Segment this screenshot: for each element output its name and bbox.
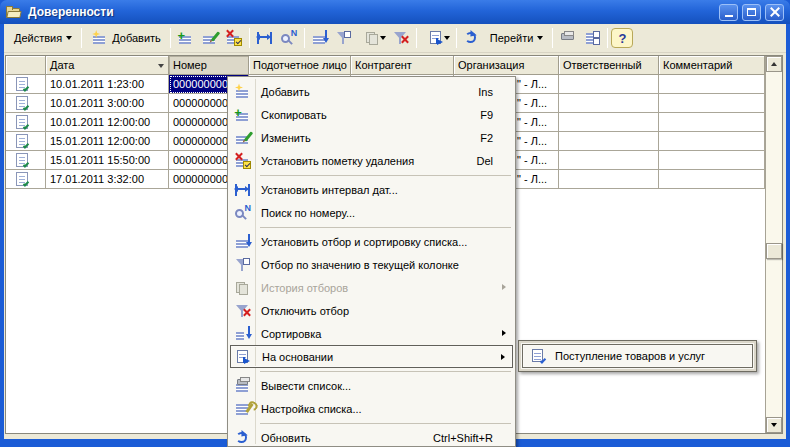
menu-separator	[260, 371, 511, 372]
filter-sort-button[interactable]	[308, 27, 332, 49]
menu-item-delete-mark[interactable]: Установить пометку удаления Del	[230, 149, 513, 172]
posted-document-icon	[16, 77, 28, 91]
menu-item-filter-history[interactable]: История отборов	[230, 276, 513, 299]
refresh-icon	[234, 430, 251, 446]
vertical-scrollbar[interactable]	[765, 56, 782, 433]
sort-descending-icon	[158, 64, 164, 68]
menu-item-filter-column[interactable]: Отбор по значению в текущей колонке	[230, 253, 513, 276]
close-icon	[770, 7, 780, 17]
menu-item-copy[interactable]: + Скопировать F9	[230, 103, 513, 126]
scroll-up-button[interactable]	[766, 56, 782, 72]
menu-item-list-settings[interactable]: Настройка списка...	[230, 397, 513, 420]
scrollbar-thumb[interactable]	[766, 243, 782, 259]
edit-button[interactable]	[198, 27, 222, 49]
filter-history-button[interactable]	[356, 27, 389, 49]
menu-item-sort[interactable]: Сортировка	[230, 322, 513, 345]
chevron-up-icon	[771, 62, 777, 66]
column-header-comment[interactable]: Комментарий	[659, 56, 765, 75]
cell-date[interactable]: 10.01.2011 1:23:00	[46, 75, 169, 94]
menu-item-date-interval[interactable]: Установить интервал дат...	[230, 178, 513, 201]
menu-item-print-list[interactable]: Вывести список...	[230, 374, 513, 397]
posted-document-icon	[16, 96, 28, 110]
chevron-down-icon	[537, 36, 543, 40]
minimize-button[interactable]	[719, 4, 738, 21]
menu-item-edit[interactable]: Изменить F2	[230, 126, 513, 149]
add-label: Добавить	[112, 32, 161, 44]
menu-item-filter-sort[interactable]: Установить отбор и сортировку списка...	[230, 230, 513, 253]
help-button[interactable]: ?	[611, 28, 633, 48]
shortcut: F9	[480, 109, 513, 121]
add-icon	[91, 30, 108, 46]
menu-item-based-on[interactable]: На основании	[230, 345, 513, 368]
search-number-icon	[280, 30, 297, 46]
filter-column-button[interactable]	[332, 27, 356, 49]
copy-button[interactable]: +	[174, 27, 198, 49]
table-header-row: Дата Номер Подотчетное лицо Контрагент О…	[6, 56, 782, 75]
date-interval-icon	[234, 182, 251, 198]
column-header-number[interactable]: Номер	[169, 56, 249, 75]
list-display-settings-button[interactable]	[580, 27, 604, 49]
sort-icon	[234, 326, 251, 342]
maximize-icon	[747, 8, 756, 16]
chevron-down-icon	[771, 423, 777, 427]
filter-sort-icon	[234, 234, 251, 250]
filter-off-icon	[392, 30, 409, 46]
refresh-button[interactable]	[460, 27, 484, 49]
submenu-arrow-icon	[501, 354, 505, 360]
minimize-icon	[725, 15, 733, 17]
cell-date[interactable]: 17.01.2011 3:32:00	[46, 170, 169, 189]
cell-date[interactable]: 10.01.2011 12:00:00	[46, 113, 169, 132]
based-on-button[interactable]	[420, 27, 453, 49]
shortcut: F2	[480, 132, 513, 144]
submenu-arrow-icon	[502, 330, 506, 336]
menu-item-refresh[interactable]: Обновить Ctrl+Shift+R	[230, 426, 513, 447]
print-button[interactable]	[556, 27, 580, 49]
date-interval-button[interactable]	[253, 27, 277, 49]
submenu-arrow-icon	[502, 284, 506, 290]
search-number-icon	[234, 205, 251, 221]
list-settings-icon	[584, 30, 601, 46]
actions-menu-button[interactable]: Действия	[8, 28, 78, 48]
chevron-down-icon	[444, 36, 450, 40]
column-header-organization[interactable]: Организация	[454, 56, 559, 75]
titlebar: Доверенности	[0, 0, 790, 24]
cell-date[interactable]: 10.01.2011 3:00:00	[46, 94, 169, 113]
filter-off-button[interactable]	[389, 27, 413, 49]
close-button[interactable]	[765, 4, 784, 21]
shortcut: Ctrl+Shift+R	[433, 432, 513, 444]
menu-item-search-number[interactable]: Поиск по номеру...	[230, 201, 513, 224]
list-settings-icon	[234, 401, 251, 417]
posted-document-icon	[16, 115, 28, 129]
menu-item-filter-off[interactable]: Отключить отбор	[230, 299, 513, 322]
menu-separator	[260, 227, 511, 228]
column-header-responsible[interactable]: Ответственный	[559, 56, 659, 75]
column-header-accountable-person[interactable]: Подотчетное лицо	[249, 56, 351, 75]
menu-separator	[260, 423, 511, 424]
maximize-button[interactable]	[742, 4, 761, 21]
goto-menu-button[interactable]: Перейти	[484, 28, 550, 48]
column-header-date[interactable]: Дата	[46, 56, 169, 75]
add-button[interactable]: Добавить	[85, 26, 167, 50]
window-title: Доверенности	[28, 5, 114, 19]
column-header-icon[interactable]	[6, 56, 46, 75]
filter-sort-icon	[311, 30, 328, 46]
goto-label: Перейти	[490, 32, 534, 44]
based-on-icon	[428, 30, 445, 46]
posted-document-icon	[16, 172, 28, 186]
cell-date[interactable]: 15.01.2011 15:50:00	[46, 151, 169, 170]
toolbar-separator	[81, 28, 82, 48]
chevron-down-icon	[66, 36, 72, 40]
menu-item-add[interactable]: Добавить Ins	[230, 80, 513, 103]
filter-off-icon	[234, 303, 251, 319]
copy-icon: +	[177, 30, 194, 46]
search-number-button[interactable]	[277, 27, 301, 49]
scroll-down-button[interactable]	[766, 417, 782, 433]
delete-mark-icon	[234, 153, 251, 169]
date-interval-icon	[256, 30, 273, 46]
folder-icon	[6, 6, 22, 18]
column-header-counterparty[interactable]: Контрагент	[351, 56, 454, 75]
submenu-item-goods-receipt[interactable]: Поступление товаров и услуг	[522, 344, 753, 368]
delete-mark-button[interactable]	[222, 27, 246, 49]
edit-icon	[201, 30, 218, 46]
cell-date[interactable]: 15.01.2011 12:00:00	[46, 132, 169, 151]
